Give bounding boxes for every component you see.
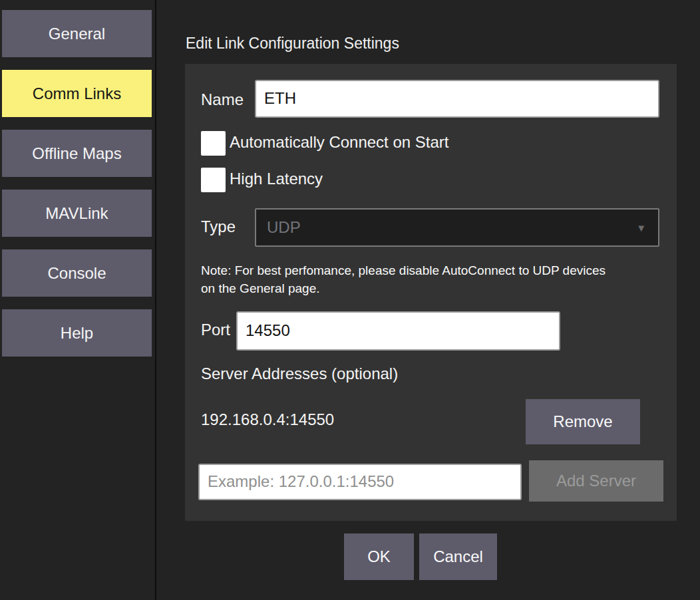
type-dropdown[interactable]: UDP ▼ bbox=[255, 208, 659, 247]
type-dropdown-value: UDP bbox=[256, 218, 636, 237]
name-input[interactable] bbox=[255, 80, 659, 118]
sidebar-item-mavlink[interactable]: MAVLink bbox=[2, 190, 152, 237]
sidebar-item-help[interactable]: Help bbox=[2, 309, 152, 357]
port-input[interactable] bbox=[236, 311, 560, 351]
name-label: Name bbox=[201, 90, 244, 109]
page-title: Edit Link Configuration Settings bbox=[186, 35, 399, 53]
server-address-value: 192.168.0.4:14550 bbox=[201, 410, 334, 429]
sidebar-item-comm-links[interactable]: Comm Links bbox=[2, 70, 152, 117]
sidebar-item-console[interactable]: Console bbox=[2, 249, 152, 297]
sidebar-item-general[interactable]: General bbox=[2, 10, 152, 57]
new-server-address-input[interactable] bbox=[198, 464, 522, 500]
settings-sidebar: General Comm Links Offline Maps MAVLink … bbox=[0, 0, 156, 600]
port-label: Port bbox=[201, 321, 230, 339]
high-latency-label: High Latency bbox=[230, 170, 323, 188]
auto-connect-label: Automatically Connect on Start bbox=[230, 133, 449, 152]
link-config-panel: Name Automatically Connect on Start High… bbox=[185, 64, 677, 521]
high-latency-checkbox[interactable] bbox=[201, 168, 226, 192]
udp-note: Note: For best perfomance, please disabl… bbox=[201, 261, 606, 297]
add-server-button[interactable]: Add Server bbox=[529, 460, 663, 502]
server-addresses-label: Server Addresses (optional) bbox=[201, 365, 398, 383]
chevron-down-icon: ▼ bbox=[636, 222, 658, 233]
sidebar-item-offline-maps[interactable]: Offline Maps bbox=[2, 130, 152, 177]
remove-server-button[interactable]: Remove bbox=[526, 399, 640, 444]
udp-note-line1: Note: For best perfomance, please disabl… bbox=[201, 261, 606, 279]
auto-connect-checkbox[interactable] bbox=[201, 131, 226, 156]
cancel-button[interactable]: Cancel bbox=[419, 533, 497, 580]
type-label: Type bbox=[201, 218, 236, 236]
udp-note-line2: on the General page. bbox=[201, 279, 606, 297]
ok-button[interactable]: OK bbox=[344, 533, 414, 580]
